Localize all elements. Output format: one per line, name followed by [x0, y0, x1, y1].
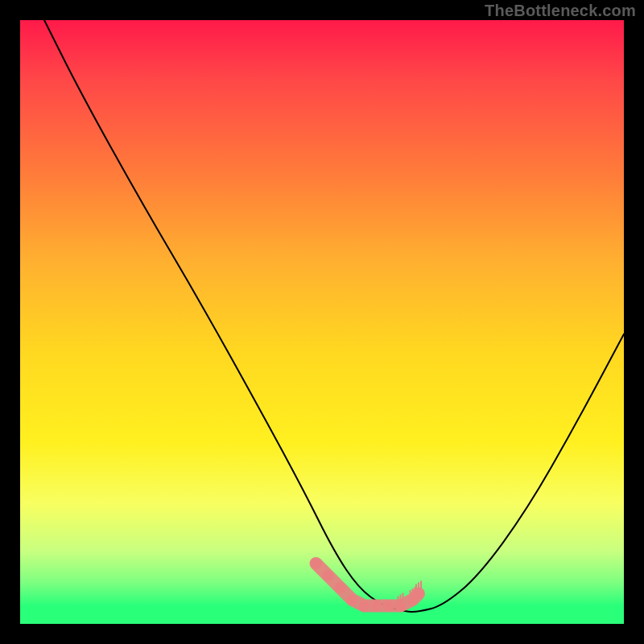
chart-band-dot [347, 594, 358, 605]
chart-curve [44, 20, 624, 612]
chart-band-dot [371, 601, 382, 612]
chart-band-dot [311, 558, 322, 569]
chart-band-dot [323, 570, 334, 581]
chart-frame [20, 20, 624, 624]
watermark-text: TheBottleneck.com [485, 2, 636, 20]
chart-band-group [311, 558, 425, 612]
chart-svg [20, 20, 624, 624]
chart-band-dot [383, 601, 394, 612]
chart-band-dot [335, 582, 346, 593]
chart-band-dot [359, 601, 370, 612]
